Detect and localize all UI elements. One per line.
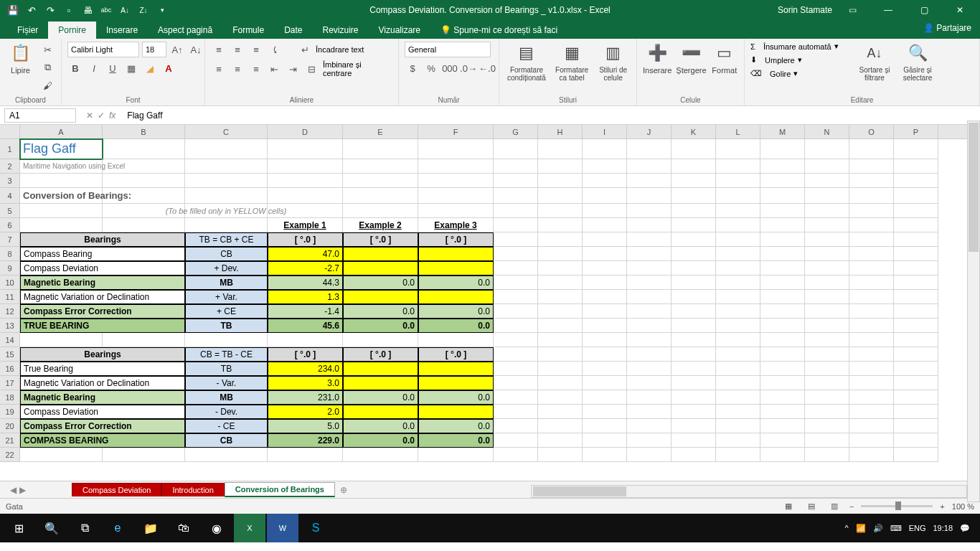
cell-e7[interactable]: [ °.0 ]	[343, 232, 418, 247]
prev-sheet-icon[interactable]: ◀	[10, 485, 17, 495]
cell-d21[interactable]: 229.0	[268, 433, 343, 448]
row-header[interactable]: 22	[0, 448, 20, 462]
cell-a8[interactable]: Compass Bearing	[20, 247, 185, 261]
font-color-icon[interactable]: A	[161, 60, 176, 76]
cell-f11[interactable]	[418, 290, 494, 304]
font-size-select[interactable]: 18	[142, 42, 166, 57]
cell-e10[interactable]: 0.0	[343, 276, 418, 290]
explorer-icon[interactable]: 📁	[135, 514, 166, 542]
tab-tellme[interactable]: 💡 Spune-mi ce dorești să faci	[430, 22, 567, 39]
page-layout-view-icon[interactable]: ▤	[804, 500, 819, 513]
vertical-scrollbar[interactable]	[967, 121, 980, 502]
zoom-slider[interactable]	[861, 505, 933, 507]
find-select-button[interactable]: 🔍Găsire și selectare	[898, 42, 937, 82]
cell-c9[interactable]: + Dev.	[185, 261, 268, 276]
language-indicator[interactable]: ENG	[909, 524, 926, 532]
cell-f18[interactable]: 0.0	[418, 390, 494, 405]
italic-icon[interactable]: I	[86, 60, 102, 76]
col-header[interactable]: N	[805, 125, 849, 139]
cell-e12[interactable]: 0.0	[343, 304, 418, 319]
cell-a19[interactable]: Compass Deviation	[20, 405, 185, 419]
decrease-decimal-icon[interactable]: ←.0	[479, 60, 495, 76]
col-header[interactable]: P	[894, 125, 938, 139]
minimize-icon[interactable]: —	[872, 0, 904, 20]
delete-cell-button[interactable]: ➖Ștergere	[676, 42, 706, 75]
cell-e6[interactable]: Example 2	[343, 218, 418, 232]
wrap-text-icon[interactable]: ↵	[297, 42, 313, 57]
cell-a7[interactable]: Bearings	[20, 232, 185, 247]
cell-d13[interactable]: 45.6	[268, 319, 343, 333]
cell-c8[interactable]: CB	[185, 247, 268, 261]
currency-icon[interactable]: $	[405, 60, 420, 76]
ribbon-options-icon[interactable]: ▭	[837, 0, 868, 20]
decrease-indent-icon[interactable]: ⇤	[267, 61, 283, 77]
cell-c15[interactable]: CB = TB - CE	[185, 347, 268, 362]
col-header[interactable]: D	[268, 125, 343, 139]
cell-e18[interactable]: 0.0	[343, 390, 418, 405]
cell-d18[interactable]: 231.0	[268, 390, 343, 405]
borders-icon[interactable]: ▦	[123, 60, 139, 76]
fill-color-icon[interactable]: ◢	[142, 60, 158, 76]
cell-styles-button[interactable]: ▥Stiluri de celule	[595, 42, 631, 82]
name-box[interactable]: A1	[4, 108, 76, 123]
col-header[interactable]: K	[672, 125, 716, 139]
cell-a17[interactable]: Magnetic Variation or Declination	[20, 376, 185, 390]
cell-e20[interactable]: 0.0	[343, 419, 418, 433]
cell-d17[interactable]: 3.0	[268, 376, 343, 390]
cancel-formula-icon[interactable]: ✕	[86, 110, 93, 121]
increase-indent-icon[interactable]: ⇥	[286, 61, 301, 77]
cell-e16[interactable]	[343, 362, 418, 376]
cell-e9[interactable]	[343, 261, 418, 276]
conditional-format-button[interactable]: ▤Formatare condiționată	[505, 42, 548, 82]
horizontal-scrollbar[interactable]	[531, 485, 967, 498]
store-icon[interactable]: 🛍	[168, 514, 199, 542]
cell-a2[interactable]: Maritime Navigation using Excel	[20, 159, 103, 174]
col-header[interactable]: M	[760, 125, 805, 139]
cell-a11[interactable]: Magnetic Variation or Declination	[20, 290, 185, 304]
tab-review[interactable]: Revizuire	[313, 22, 369, 39]
worksheet-grid[interactable]: A B C D E F G H I J K L M N O P 1 2 3 4 …	[0, 125, 980, 481]
row-header[interactable]: 15	[0, 347, 20, 362]
cell-a20[interactable]: Compass Error Correction	[20, 419, 185, 433]
fill-button[interactable]: ⬇ Umplere ▾	[750, 55, 851, 65]
align-bottom-icon[interactable]: ≡	[248, 42, 264, 57]
row-header[interactable]: 16	[0, 362, 20, 376]
sheet-tab-introduction[interactable]: Introduction	[161, 483, 224, 496]
align-middle-icon[interactable]: ≡	[230, 42, 245, 57]
cell-c11[interactable]: + Var.	[185, 290, 268, 304]
autosum-button[interactable]: Σ Însumare automată ▾	[750, 42, 851, 51]
sort-filter-button[interactable]: A↓Sortare și filtrare	[855, 42, 894, 82]
clear-button[interactable]: ⌫ Golire ▾	[750, 69, 851, 78]
cell-a10[interactable]: Magnetic Bearing	[20, 276, 185, 290]
row-header[interactable]: 12	[0, 304, 20, 319]
col-header[interactable]: B	[103, 125, 185, 139]
row-header[interactable]: 7	[0, 232, 20, 247]
row-header[interactable]: 11	[0, 290, 20, 304]
increase-font-icon[interactable]: A↑	[169, 42, 185, 57]
cell-a12[interactable]: Compass Error Correction	[20, 304, 185, 319]
underline-icon[interactable]: U	[105, 60, 121, 76]
merge-label[interactable]: Îmbinare și centrare	[323, 60, 392, 77]
print-icon[interactable]: 🖶	[79, 2, 96, 18]
col-header[interactable]: L	[716, 125, 760, 139]
enter-formula-icon[interactable]: ✓	[98, 110, 105, 121]
col-header[interactable]: I	[583, 125, 627, 139]
cell-d12[interactable]: -1.4	[268, 304, 343, 319]
skype-icon[interactable]: S	[300, 514, 331, 542]
row-header[interactable]: 5	[0, 204, 20, 218]
cell-d15[interactable]: [ °.0 ]	[268, 347, 343, 362]
network-icon[interactable]: 📶	[856, 524, 866, 533]
cell-f13[interactable]: 0.0	[418, 319, 494, 333]
row-header[interactable]: 10	[0, 276, 20, 290]
col-header[interactable]: F	[418, 125, 494, 139]
sort-asc-icon[interactable]: A↓	[116, 2, 133, 18]
sort-desc-icon[interactable]: Z↓	[135, 2, 152, 18]
col-header[interactable]: G	[494, 125, 538, 139]
start-icon[interactable]: ⊞	[3, 514, 34, 542]
row-header[interactable]: 1	[0, 139, 20, 159]
cell-c13[interactable]: TB	[185, 319, 268, 333]
cell-c17[interactable]: - Var.	[185, 376, 268, 390]
cell-a15[interactable]: Bearings	[20, 347, 185, 362]
cell-f9[interactable]	[418, 261, 494, 276]
tab-pagelayout[interactable]: Aspect pagină	[148, 22, 222, 39]
